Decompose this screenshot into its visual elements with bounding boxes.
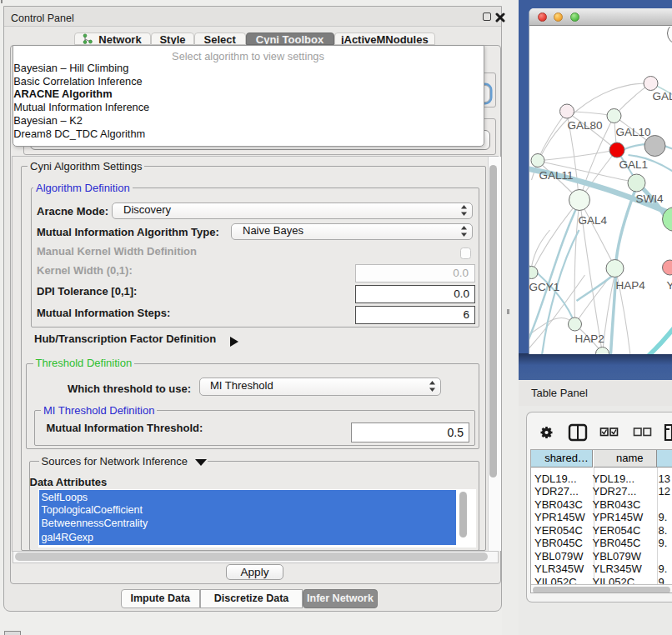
svg-text:HAP2: HAP2: [574, 332, 604, 345]
svg-text:GAL80: GAL80: [567, 119, 602, 132]
svg-text:GAL4: GAL4: [578, 214, 607, 227]
svg-text:GCY1: GCY1: [529, 281, 559, 293]
svg-text:HAP4: HAP4: [615, 279, 645, 292]
svg-text:GAL2: GAL2: [652, 90, 672, 102]
svg-text:YE: YE: [666, 279, 672, 292]
svg-text:SWI4: SWI4: [635, 192, 663, 205]
svg-text:GAL11: GAL11: [539, 169, 573, 182]
svg-text:GAL1: GAL1: [619, 158, 648, 171]
svg-text:GAL10: GAL10: [615, 126, 650, 138]
